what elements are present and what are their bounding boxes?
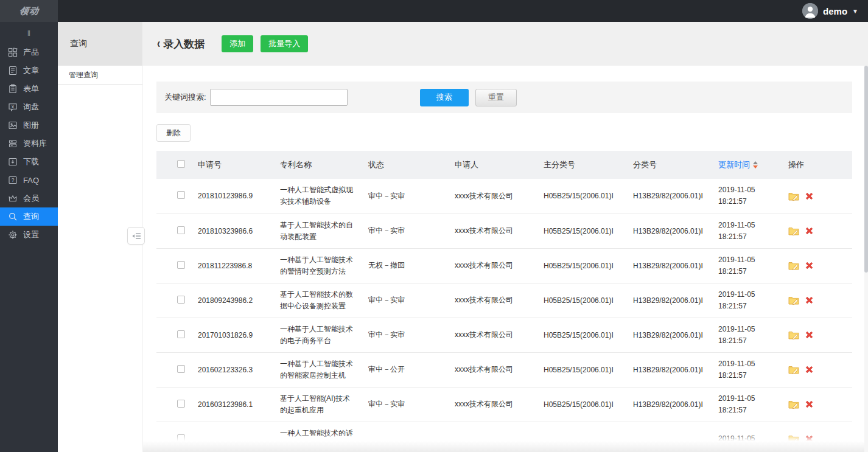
row-checkbox[interactable] [177,261,185,269]
cell-applicant: xxxx技术有限公司 [449,179,537,214]
search-button[interactable]: 搜索 [420,89,469,106]
cell-patent-name: 一种人工智能技术的诉讼 [274,422,362,452]
add-button[interactable]: 添加 [222,35,253,52]
cell-select [156,248,192,283]
cell-patent-name: 一种基于人工智能技术的电子商务平台 [274,318,362,352]
cell-select [156,352,192,387]
cell-app-no: 201809243986.2 [192,283,274,318]
chevron-down-icon: ▼ [852,8,858,15]
edit-icon[interactable] [788,192,799,201]
cell-updated: 2019-11-0518:21:57 [712,214,782,248]
sidebar-item-9[interactable]: 会员 [0,189,58,207]
delete-button[interactable]: 删除 [156,124,191,142]
delete-icon[interactable] [805,192,814,201]
cell-class-no: H13B29/82(2006.01)I [627,179,712,214]
sidebar-item-8[interactable]: ?FAQ [0,171,58,189]
cell-actions [782,387,852,422]
row-checkbox[interactable] [177,191,185,199]
sidebar-item-label: 资料库 [23,138,47,149]
table-row: 201809243986.2基于人工智能技术的数据中心设备测控装置审中－实审xx… [156,283,852,318]
vertical-scrollbar [864,66,868,452]
select-all-checkbox[interactable] [177,160,185,168]
cell-applicant: xxxx技术有限公司 [449,248,537,283]
sidebar-item-label: 图册 [23,120,39,131]
header-cell-actions: 操作 [782,151,852,179]
cell-patent-name: 基于人工智能技术的自动装配装置 [274,214,362,248]
secondary-sidebar-item[interactable]: 管理查询 [58,66,142,85]
cell-applicant [449,422,537,452]
delete-icon[interactable] [805,226,814,235]
edit-icon[interactable] [788,261,799,270]
sidebar-item-6[interactable]: 资料库 [0,134,58,153]
header-cell-status: 状态 [362,151,449,179]
edit-icon[interactable] [788,365,799,374]
header-cell-select [156,151,192,179]
svg-text:¥: ¥ [12,105,14,109]
cell-status: 审中－实审 [362,387,449,422]
cell-updated: 2019-11-0518:21:57 [712,283,782,318]
table-header: 申请号专利名称状态申请人主分类号分类号更新时间操作 [156,151,852,179]
cell-app-no: 201602123326.3 [192,352,274,387]
sidebar-item-7[interactable]: 下载 [0,153,58,171]
cell-select [156,179,192,214]
sidebar-item-3[interactable]: 表单 [0,80,58,98]
delete-icon[interactable] [805,400,814,409]
header-cell-updated[interactable]: 更新时间 [712,151,782,179]
keyword-search-input[interactable] [210,89,348,106]
keyword-search-label: 关键词搜索: [164,92,206,103]
row-checkbox[interactable] [177,365,185,373]
article-icon [8,66,18,75]
cell-main-class: H05B25/15(2006.01)I [537,248,627,283]
reset-button[interactable]: 重置 [475,89,517,106]
back-chevron-icon[interactable]: ‹ [157,37,160,50]
edit-icon[interactable] [788,296,799,305]
edit-icon[interactable] [788,400,799,409]
sidebar-item-label: 下载 [23,156,39,167]
delete-icon[interactable] [805,261,814,270]
row-checkbox[interactable] [177,226,185,234]
sidebar-item-1[interactable]: 产品 [0,43,58,61]
sidebar-item-5[interactable]: 图册 [0,116,58,134]
svg-text:?: ? [12,177,15,183]
secondary-sidebar-items: 管理查询 [58,66,142,85]
sidebar-item-2[interactable]: 文章 [0,61,58,80]
edit-icon[interactable] [788,226,799,235]
cell-class-no: H13B29/82(2006.01)I [627,352,712,387]
cell-main-class: H05B25/15(2006.01)I [537,283,627,318]
sidebar-item-label: 询盘 [23,102,39,113]
delete-icon[interactable] [805,296,814,305]
cell-patent-name: 一种人工智能式虚拟现实技术辅助设备 [274,179,362,214]
download-icon [8,157,18,167]
cell-updated: 2019-11-0518:21:57 [712,352,782,387]
header-cell-name: 专利名称 [274,151,362,179]
scrollbar-thumb[interactable] [864,66,868,273]
sidebar-item-label: 会员 [23,193,39,204]
edit-icon[interactable] [788,434,799,443]
sidebar-item-11[interactable]: 设置 [0,226,58,244]
table-row: 201811223986.8一种基于人工智能技术的警情时空预测方法无权－撤回xx… [156,248,852,283]
sidebar-item-4[interactable]: ¥询盘 [0,98,58,116]
delete-icon[interactable] [805,365,814,374]
row-checkbox[interactable] [177,330,185,338]
sidebar-item-label: 查询 [23,211,39,222]
row-checkbox[interactable] [177,434,185,442]
sidebar-item-10[interactable]: 查询 [0,207,58,226]
edit-icon[interactable] [788,330,799,339]
subsidebar-toggle-button[interactable] [127,227,145,245]
batch-import-button[interactable]: 批量导入 [261,35,308,52]
user-menu[interactable]: demo ▼ [802,3,868,19]
cell-actions [782,352,852,387]
cell-status: 审中－实审 [362,318,449,352]
cell-app-no: 201701031826.9 [192,318,274,352]
cell-class-no: H13B29/82(2006.01)I [627,387,712,422]
delete-icon[interactable] [805,330,814,339]
row-checkbox[interactable] [177,296,185,304]
cell-class-no: H13B29/82(2006.01)I [627,214,712,248]
sidebar-collapse-handle[interactable]: ‖ [0,25,58,41]
form-icon [8,84,18,94]
table-row: 201602123326.3一种基于人工智能技术的智能家居控制主机审中－公开xx… [156,352,852,387]
row-checkbox[interactable] [177,400,185,408]
cell-patent-name: 一种基于人工智能技术的智能家居控制主机 [274,352,362,387]
delete-icon[interactable] [805,434,814,443]
cell-actions [782,214,852,248]
